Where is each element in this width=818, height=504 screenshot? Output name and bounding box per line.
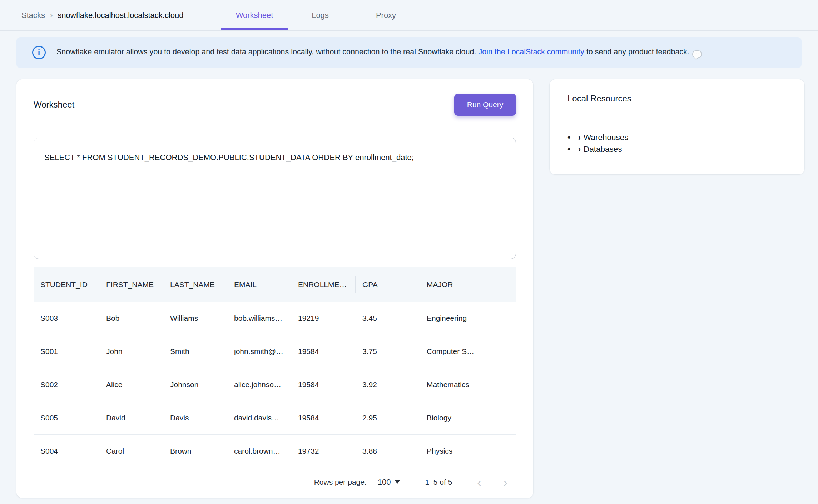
cell-major: Biology: [420, 401, 516, 434]
cell-last-name: Johnson: [163, 368, 227, 401]
active-tab-underline: [221, 28, 288, 30]
page-content: Worksheet Run Query SELECT * FROM STUDEN…: [16, 79, 804, 498]
sql-order-column: enrollment_date: [355, 153, 412, 162]
rows-per-page-select[interactable]: 100: [378, 478, 400, 487]
resource-item[interactable]: • › Warehouses: [567, 131, 787, 143]
info-banner: i Snowflake emulator allows you to devel…: [16, 37, 802, 68]
cell-enrollment-date: 19732: [291, 435, 356, 468]
next-page-button[interactable]: ›: [504, 476, 507, 488]
table-row[interactable]: S005 David Davis david.davis… 19584 2.95…: [34, 401, 516, 435]
breadcrumb-current: snowflake.localhost.localstack.cloud: [58, 11, 183, 20]
banner-text-after: to send any product feedback.: [584, 48, 689, 56]
column-header[interactable]: ENROLLME…: [291, 267, 356, 302]
column-header[interactable]: STUDENT_ID: [34, 267, 99, 302]
prev-page-button[interactable]: ‹: [477, 476, 481, 488]
cell-first-name: John: [99, 335, 163, 368]
dropdown-arrow-icon: [395, 480, 400, 484]
cell-email: bob.williams…: [227, 302, 291, 335]
cell-email: alice.johnso…: [227, 368, 291, 401]
results-table: STUDENT_ID FIRST_NAME LAST_NAME EMAIL EN…: [34, 267, 516, 496]
sql-editor[interactable]: SELECT * FROM STUDENT_RECORDS_DEMO.PUBLI…: [34, 138, 516, 259]
localstack-community-link[interactable]: Join the LocalStack community: [478, 48, 584, 56]
tab-logs[interactable]: Logs: [300, 0, 340, 30]
cell-last-name: Smith: [163, 335, 227, 368]
cell-enrollment-date: 19584: [291, 335, 356, 368]
chevron-right-icon: ›: [504, 475, 507, 489]
cell-student-id: S002: [34, 368, 99, 401]
cell-gpa: 3.45: [356, 302, 420, 335]
info-icon: i: [32, 46, 46, 59]
cell-first-name: Bob: [99, 302, 163, 335]
cell-major: Mathematics: [420, 368, 516, 401]
tab-worksheet[interactable]: Worksheet: [221, 0, 288, 30]
rows-per-page-label: Rows per page:: [314, 478, 367, 486]
run-query-button[interactable]: Run Query: [454, 94, 516, 116]
speech-bubble-icon: ···: [692, 50, 702, 58]
table-row[interactable]: S003 Bob Williams bob.williams… 19219 3.…: [34, 302, 516, 335]
cell-student-id: S001: [34, 335, 99, 368]
cell-last-name: Brown: [163, 435, 227, 468]
resources-list: • › Warehouses • › Databases: [567, 131, 787, 155]
breadcrumb-separator-icon: ›: [50, 11, 53, 20]
breadcrumb-stacks-link[interactable]: Stacks: [21, 11, 45, 20]
rows-per-page-value: 100: [378, 478, 391, 487]
sql-table-reference: STUDENT_RECORDS_DEMO.PUBLIC.STUDENT_DATA: [108, 153, 310, 162]
sql-terminator: ;: [412, 153, 414, 162]
table-row[interactable]: S004 Carol Brown carol.brown… 19732 3.88…: [34, 435, 516, 468]
cell-email: david.davis…: [227, 401, 291, 434]
cell-last-name: Williams: [163, 302, 227, 335]
cell-first-name: Carol: [99, 435, 163, 468]
table-header-row: STUDENT_ID FIRST_NAME LAST_NAME EMAIL EN…: [34, 267, 516, 302]
worksheet-card: Worksheet Run Query SELECT * FROM STUDEN…: [16, 79, 533, 498]
tab-proxy[interactable]: Proxy: [365, 0, 407, 30]
cell-gpa: 3.88: [356, 435, 420, 468]
cell-gpa: 3.75: [356, 335, 420, 368]
table-row[interactable]: S001 John Smith john.smith@… 19584 3.75 …: [34, 335, 516, 368]
cell-first-name: David: [99, 401, 163, 434]
chevron-left-icon: ‹: [477, 475, 481, 489]
worksheet-card-header: Worksheet Run Query: [34, 94, 516, 116]
column-header[interactable]: LAST_NAME: [163, 267, 227, 302]
banner-text-before: Snowflake emulator allows you to develop…: [56, 48, 478, 56]
nav-bar: Stacks›snowflake.localhost.localstack.cl…: [0, 0, 818, 31]
resource-label: Databases: [584, 145, 622, 154]
column-header[interactable]: GPA: [356, 267, 420, 302]
expand-chevron-icon: ›: [578, 144, 581, 154]
cell-student-id: S004: [34, 435, 99, 468]
cell-email: carol.brown…: [227, 435, 291, 468]
table-row[interactable]: S002 Alice Johnson alice.johnso… 19584 3…: [34, 368, 516, 401]
cell-gpa: 2.95: [356, 401, 420, 434]
local-resources-title: Local Resources: [567, 94, 787, 104]
banner-text: Snowflake emulator allows you to develop…: [56, 48, 702, 58]
cell-enrollment-date: 19584: [291, 368, 356, 401]
column-header[interactable]: FIRST_NAME: [99, 267, 163, 302]
local-resources-card: Local Resources • › Warehouses • › Datab…: [550, 79, 804, 174]
cell-major: Engineering: [420, 302, 516, 335]
sql-keyword-segment: SELECT * FROM: [44, 153, 108, 162]
cell-student-id: S005: [34, 401, 99, 434]
resource-label: Warehouses: [584, 133, 628, 142]
column-header[interactable]: EMAIL: [227, 267, 291, 302]
cell-gpa: 3.92: [356, 368, 420, 401]
pagination: Rows per page: 100 1–5 of 5 ‹ ›: [34, 468, 516, 496]
sql-text: SELECT * FROM STUDENT_RECORDS_DEMO.PUBLI…: [44, 152, 505, 163]
cell-student-id: S003: [34, 302, 99, 335]
bullet-icon: •: [567, 131, 578, 143]
sql-orderby-segment: ORDER BY: [310, 153, 355, 162]
table-body: S003 Bob Williams bob.williams… 19219 3.…: [34, 302, 516, 468]
cell-enrollment-date: 19219: [291, 302, 356, 335]
expand-chevron-icon: ›: [578, 133, 581, 143]
cell-email: john.smith@…: [227, 335, 291, 368]
cell-major: Physics: [420, 435, 516, 468]
bullet-icon: •: [567, 143, 578, 155]
resource-item[interactable]: • › Databases: [567, 143, 787, 155]
cell-first-name: Alice: [99, 368, 163, 401]
cell-last-name: Davis: [163, 401, 227, 434]
cell-major: Computer S…: [420, 335, 516, 368]
cell-enrollment-date: 19584: [291, 401, 356, 434]
worksheet-title: Worksheet: [34, 100, 74, 110]
breadcrumb: Stacks›snowflake.localhost.localstack.cl…: [21, 11, 184, 20]
page-range-label: 1–5 of 5: [425, 478, 452, 486]
column-header[interactable]: MAJOR: [420, 267, 516, 302]
